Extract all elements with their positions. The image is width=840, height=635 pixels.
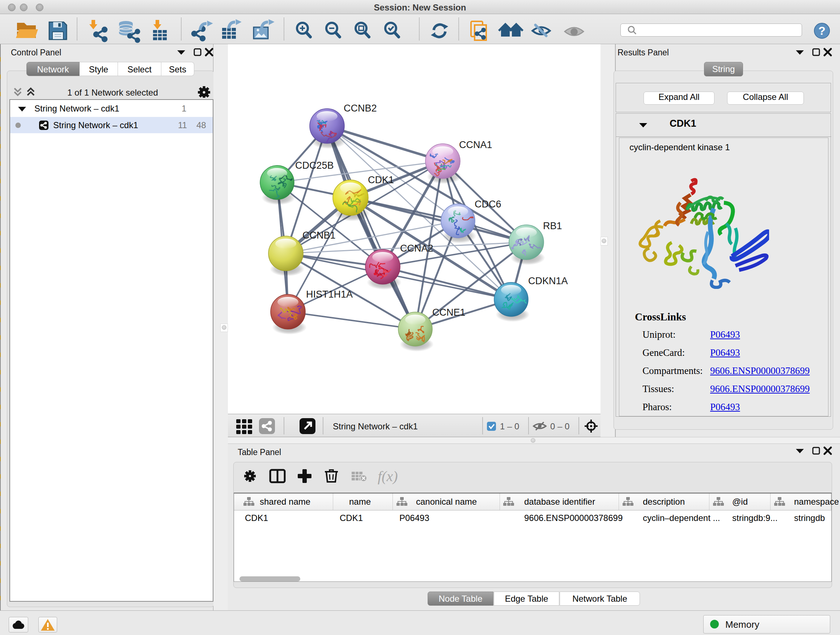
svg-text:f(x): f(x) bbox=[378, 468, 398, 485]
svg-text:1 of 1 Network selected: 1 of 1 Network selected bbox=[67, 88, 158, 97]
svg-text:CCNA1: CCNA1 bbox=[459, 139, 493, 150]
svg-text:CDC25B: CDC25B bbox=[295, 160, 334, 171]
svg-text:CCNE1: CCNE1 bbox=[432, 307, 466, 318]
svg-text:CDKN1A: CDKN1A bbox=[528, 276, 568, 287]
svg-text:CCNA2: CCNA2 bbox=[400, 243, 433, 254]
svg-text:0 – 0: 0 – 0 bbox=[550, 421, 569, 431]
svg-text:1 – 0: 1 – 0 bbox=[500, 421, 519, 431]
svg-text:?: ? bbox=[818, 24, 826, 37]
svg-text:CDK1: CDK1 bbox=[368, 174, 394, 185]
svg-text:String Network – cdk1: String Network – cdk1 bbox=[333, 421, 418, 431]
svg-text:CCNB1: CCNB1 bbox=[302, 230, 336, 241]
svg-text:HIST1H1A: HIST1H1A bbox=[306, 289, 353, 300]
svg-text:RB1: RB1 bbox=[543, 220, 562, 231]
svg-text:CDC6: CDC6 bbox=[475, 199, 501, 210]
svg-text:CCNB2: CCNB2 bbox=[344, 103, 377, 114]
